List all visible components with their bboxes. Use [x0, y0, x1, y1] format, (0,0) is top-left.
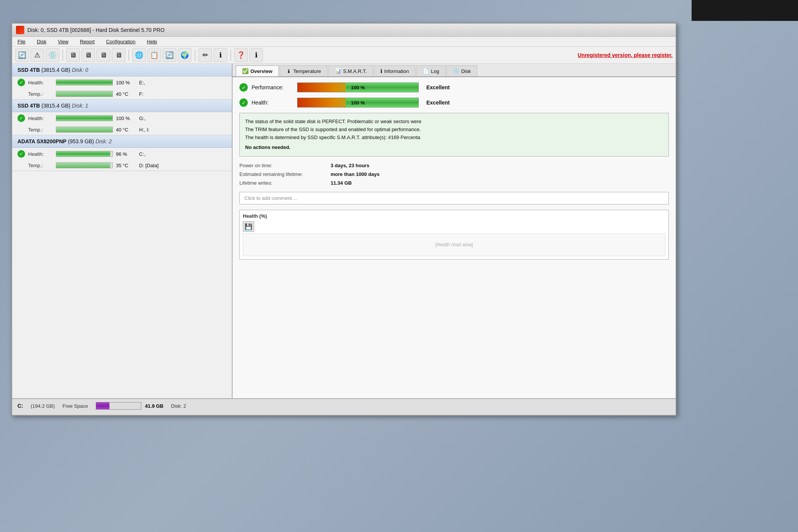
edit-button[interactable]: ✏ [198, 48, 212, 62]
tab-disk-label: Disk [461, 68, 471, 74]
disk2-health-value: 96 % [116, 151, 133, 157]
performance-bar-label: 100 % [298, 83, 418, 92]
disk-group-2: ADATA SX8200PNP (953.9 GB) Disk: 2 ✓ Hea… [12, 135, 232, 171]
right-content: ✓ Performance: 100 % Excellent ✓ Health: [233, 77, 676, 398]
refresh-button[interactable]: 🔄 [15, 48, 29, 62]
disk0-temp-row: Temp.: 40 °C F: [12, 89, 232, 99]
app-icon [16, 26, 24, 34]
smart-icon: 📊 [335, 68, 341, 74]
right-panel: ✅ Overview 🌡 Temperature 📊 S.M.A.R.T. ℹ … [233, 64, 676, 398]
disk2-temp-bar [56, 162, 113, 168]
save-icon: 💾 [245, 223, 252, 230]
disk0-temp-value: 40 °C [116, 91, 133, 97]
main-content: SSD 4TB (3815.4 GB) Disk: 0 ✓ Health: 10… [12, 64, 676, 398]
disk0-temp-bar [56, 91, 113, 97]
free-space-value: 41.9 GB [145, 403, 163, 409]
alert-button[interactable]: ⚠ [30, 48, 44, 62]
tab-overview[interactable]: ✅ Overview [236, 65, 279, 76]
toolbar-separator-3 [195, 49, 195, 61]
disk-group-0: SSD 4TB (3815.4 GB) Disk: 0 ✓ Health: 10… [12, 64, 232, 100]
menu-report[interactable]: Report [78, 38, 97, 45]
transfer-button[interactable]: 🔄 [163, 48, 176, 62]
temperature-icon: 🌡 [286, 68, 291, 74]
information-icon: ℹ [380, 68, 382, 74]
left-panel: SSD 4TB (3815.4 GB) Disk: 0 ✓ Health: 10… [12, 64, 233, 398]
bottom-free-space-label: Free Space [62, 403, 88, 409]
disk0-temp-label: Temp.: [28, 91, 53, 97]
menu-help[interactable]: Help [145, 38, 160, 45]
disk2-temp-row: Temp.: 35 °C D: [Data] [12, 160, 232, 171]
disk-tab-icon: 💿 [453, 68, 459, 74]
disk2-health-fill [56, 151, 110, 157]
disk2-health-drives: C:, [139, 151, 146, 157]
hdd4-button[interactable]: 🖥 [112, 48, 125, 62]
performance-label: Performance: [252, 84, 293, 90]
disk-header-0[interactable]: SSD 4TB (3815.4 GB) Disk: 0 [12, 64, 232, 76]
free-space-fill [96, 402, 109, 409]
lifetime-writes-value: 11.34 GB [331, 179, 669, 187]
tab-log[interactable]: 📄 Log [416, 65, 446, 76]
unregistered-text[interactable]: Unregistered version, please register. [578, 52, 673, 58]
menu-bar: File Disk View Report Configuration Help [12, 37, 676, 47]
bottom-bar-row: C: (194.2 GB) Free Space 41.9 GB Disk: 2 [17, 402, 670, 410]
bottom-disk-id: Disk: 2 [171, 403, 186, 409]
free-space-bar [96, 402, 141, 410]
hdd3-button[interactable]: 🖥 [97, 48, 110, 62]
hdd1-button[interactable]: 🖥 [66, 48, 80, 62]
disk0-health-label: Health: [28, 80, 53, 86]
disk0-health-drives: E:, [139, 80, 145, 86]
bottom-drive-label: C: [17, 403, 23, 409]
info-grid: Power on time: 3 days, 23 hours Estimate… [239, 162, 669, 187]
tab-disk[interactable]: 💿 Disk [446, 65, 477, 76]
disk2-temp-fill [56, 163, 110, 168]
disk1-health-drives: G:, [139, 116, 146, 121]
disk2-temp-label: Temp.: [28, 163, 53, 168]
status-text-box: The status of the solid state disk is PE… [239, 113, 669, 157]
health-metric-label: Health: [252, 100, 293, 106]
tab-smart[interactable]: 📊 S.M.A.R.T. [328, 65, 373, 76]
copy-button[interactable]: 📋 [147, 48, 161, 62]
hdd2-button[interactable]: 🖥 [81, 48, 95, 62]
power-on-value: 3 days, 23 hours [331, 162, 669, 169]
window-title: Disk: 0, SSD 4TB [002688] - Hard Disk Se… [27, 27, 165, 33]
lifetime-writes-label: Lifetime writes: [239, 179, 331, 187]
menu-configuration[interactable]: Configuration [104, 38, 138, 45]
save-chart-button[interactable]: 💾 [243, 221, 254, 232]
disk1-temp-label: Temp.: [28, 127, 53, 133]
performance-status: Excellent [426, 84, 450, 90]
tab-information[interactable]: ℹ Information [374, 65, 415, 76]
disk0-health-fill [56, 80, 112, 85]
health-check-icon: ✓ [239, 98, 248, 107]
no-actions-text: No actions needed. [245, 144, 663, 152]
log-icon: 📄 [423, 68, 429, 74]
menu-disk[interactable]: Disk [35, 38, 49, 45]
tabs-bar: ✅ Overview 🌡 Temperature 📊 S.M.A.R.T. ℹ … [233, 64, 676, 77]
status-text-line1: The status of the solid state disk is PE… [245, 118, 663, 126]
disk2-health-bar [56, 151, 113, 157]
menu-view[interactable]: View [55, 38, 71, 45]
toolbar-separator-2 [128, 49, 129, 61]
tab-temperature[interactable]: 🌡 Temperature [280, 65, 328, 76]
help-button[interactable]: ❓ [234, 48, 248, 62]
globe-button[interactable]: 🌍 [178, 48, 192, 62]
tab-temperature-label: Temperature [293, 68, 321, 74]
health-bar-label: 100 % [298, 98, 418, 108]
about-button[interactable]: ℹ [249, 48, 263, 62]
toolbar-separator-1 [62, 49, 63, 61]
comment-box[interactable]: Click to add comment ... [239, 192, 669, 204]
health-bar: 100 % [297, 98, 419, 108]
disk-header-2[interactable]: ADATA SX8200PNP (953.9 GB) Disk: 2 [12, 135, 232, 148]
network-button[interactable]: 🌐 [132, 48, 146, 62]
disk1-health-fill [56, 116, 112, 121]
menu-file[interactable]: File [15, 38, 28, 45]
disk1-temp-value: 40 °C [116, 127, 133, 133]
disk1-health-row: ✓ Health: 100 % G:, [12, 112, 232, 124]
info2-button[interactable]: ℹ [214, 48, 227, 62]
chart-section: Health (%) 💾 [Health chart area] [239, 210, 669, 260]
disk-header-1[interactable]: SSD 4TB (3815.4 GB) Disk: 1 [12, 100, 232, 112]
drive-button[interactable]: 💿 [46, 48, 59, 62]
bottom-bar: C: (194.2 GB) Free Space 41.9 GB Disk: 2 [12, 398, 676, 415]
disk2-health-row: ✓ Health: 96 % C:, [12, 148, 232, 160]
disk2-temp-drives: D: [Data] [139, 163, 158, 168]
disk1-temp-drives: H:, I: [139, 127, 149, 133]
